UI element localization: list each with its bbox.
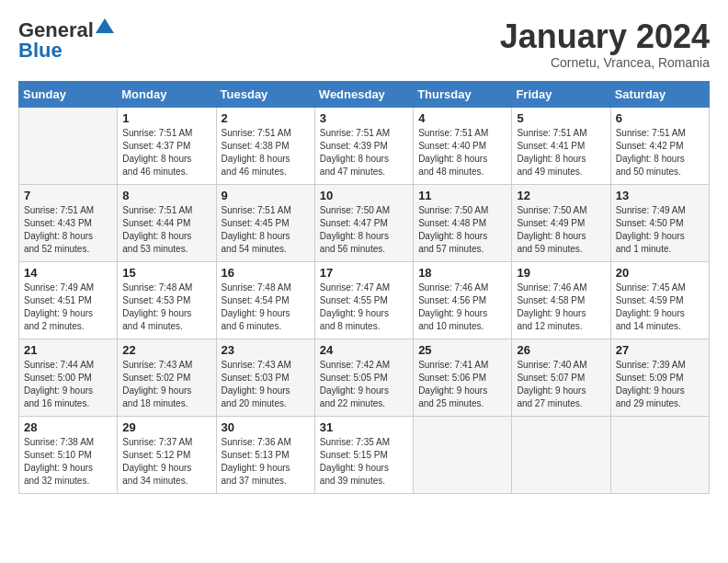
day-number: 4 <box>418 111 506 125</box>
calendar-cell: 29Sunrise: 7:37 AM Sunset: 5:12 PM Dayli… <box>118 416 216 493</box>
calendar-cell: 1Sunrise: 7:51 AM Sunset: 4:37 PM Daylig… <box>118 107 216 184</box>
day-number: 28 <box>24 420 112 434</box>
day-info: Sunrise: 7:47 AM Sunset: 4:55 PM Dayligh… <box>320 282 408 333</box>
day-number: 27 <box>616 343 704 357</box>
location: Cornetu, Vrancea, Romania <box>500 55 710 70</box>
calendar-cell: 7Sunrise: 7:51 AM Sunset: 4:43 PM Daylig… <box>19 184 118 261</box>
day-number: 22 <box>122 343 210 357</box>
day-info: Sunrise: 7:43 AM Sunset: 5:02 PM Dayligh… <box>122 359 210 410</box>
day-number: 14 <box>24 266 112 280</box>
day-number: 11 <box>418 189 506 202</box>
page-container: General Blue January 2024 Cornetu, Vranc… <box>0 0 728 563</box>
day-number: 2 <box>222 111 310 125</box>
calendar-week-4: 28Sunrise: 7:38 AM Sunset: 5:10 PM Dayli… <box>19 416 710 493</box>
day-number: 3 <box>320 111 408 125</box>
day-info: Sunrise: 7:51 AM Sunset: 4:40 PM Dayligh… <box>418 127 506 178</box>
calendar-cell: 27Sunrise: 7:39 AM Sunset: 5:09 PM Dayli… <box>610 339 709 416</box>
day-info: Sunrise: 7:49 AM Sunset: 4:50 PM Dayligh… <box>616 204 704 256</box>
day-info: Sunrise: 7:46 AM Sunset: 4:56 PM Dayligh… <box>418 282 506 333</box>
calendar-week-1: 7Sunrise: 7:51 AM Sunset: 4:43 PM Daylig… <box>19 184 710 261</box>
day-info: Sunrise: 7:37 AM Sunset: 5:12 PM Dayligh… <box>122 436 210 488</box>
day-info: Sunrise: 7:48 AM Sunset: 4:53 PM Dayligh… <box>122 282 210 333</box>
header: General Blue January 2024 Cornetu, Vranc… <box>18 18 710 70</box>
calendar-cell: 24Sunrise: 7:42 AM Sunset: 5:05 PM Dayli… <box>314 339 413 416</box>
calendar-cell: 18Sunrise: 7:46 AM Sunset: 4:56 PM Dayli… <box>414 261 512 339</box>
day-info: Sunrise: 7:42 AM Sunset: 5:05 PM Dayligh… <box>320 359 408 410</box>
day-info: Sunrise: 7:41 AM Sunset: 5:06 PM Dayligh… <box>418 359 506 410</box>
calendar-cell: 14Sunrise: 7:49 AM Sunset: 4:51 PM Dayli… <box>19 261 118 339</box>
day-header-tuesday: Tuesday <box>216 81 314 107</box>
day-number: 1 <box>122 111 210 125</box>
month-title: January 2024 <box>500 18 710 55</box>
title-section: January 2024 Cornetu, Vrancea, Romania <box>500 18 710 70</box>
logo: General Blue <box>18 18 114 63</box>
calendar-cell: 8Sunrise: 7:51 AM Sunset: 4:44 PM Daylig… <box>118 184 216 261</box>
day-info: Sunrise: 7:51 AM Sunset: 4:38 PM Dayligh… <box>222 127 310 178</box>
calendar-cell: 9Sunrise: 7:51 AM Sunset: 4:45 PM Daylig… <box>216 184 314 261</box>
day-info: Sunrise: 7:38 AM Sunset: 5:10 PM Dayligh… <box>24 436 112 488</box>
day-number: 7 <box>24 189 112 202</box>
day-number: 17 <box>320 266 408 280</box>
calendar-cell: 2Sunrise: 7:51 AM Sunset: 4:38 PM Daylig… <box>216 107 314 184</box>
logo-blue: Blue <box>18 39 63 63</box>
calendar-cell: 25Sunrise: 7:41 AM Sunset: 5:06 PM Dayli… <box>414 339 512 416</box>
day-number: 25 <box>418 343 506 357</box>
calendar-cell <box>19 107 118 184</box>
day-number: 18 <box>418 266 506 280</box>
calendar-week-3: 21Sunrise: 7:44 AM Sunset: 5:00 PM Dayli… <box>19 339 710 416</box>
calendar-body: 1Sunrise: 7:51 AM Sunset: 4:37 PM Daylig… <box>19 107 710 493</box>
day-info: Sunrise: 7:51 AM Sunset: 4:37 PM Dayligh… <box>122 127 210 178</box>
logo-icon <box>96 17 114 35</box>
day-number: 13 <box>616 189 704 202</box>
day-info: Sunrise: 7:51 AM Sunset: 4:43 PM Dayligh… <box>24 204 112 256</box>
calendar-header-row: SundayMondayTuesdayWednesdayThursdayFrid… <box>19 81 710 107</box>
day-header-wednesday: Wednesday <box>314 81 413 107</box>
calendar-cell: 3Sunrise: 7:51 AM Sunset: 4:39 PM Daylig… <box>314 107 413 184</box>
day-info: Sunrise: 7:40 AM Sunset: 5:07 PM Dayligh… <box>517 359 605 410</box>
day-number: 20 <box>616 266 704 280</box>
calendar-cell: 15Sunrise: 7:48 AM Sunset: 4:53 PM Dayli… <box>118 261 216 339</box>
calendar-week-0: 1Sunrise: 7:51 AM Sunset: 4:37 PM Daylig… <box>19 107 710 184</box>
calendar-cell <box>512 416 610 493</box>
day-number: 30 <box>222 420 310 434</box>
day-info: Sunrise: 7:44 AM Sunset: 5:00 PM Dayligh… <box>24 359 112 410</box>
day-info: Sunrise: 7:51 AM Sunset: 4:42 PM Dayligh… <box>616 127 704 178</box>
calendar-cell: 28Sunrise: 7:38 AM Sunset: 5:10 PM Dayli… <box>19 416 118 493</box>
calendar-cell: 23Sunrise: 7:43 AM Sunset: 5:03 PM Dayli… <box>216 339 314 416</box>
calendar-cell: 16Sunrise: 7:48 AM Sunset: 4:54 PM Dayli… <box>216 261 314 339</box>
day-info: Sunrise: 7:36 AM Sunset: 5:13 PM Dayligh… <box>222 436 310 488</box>
calendar-cell: 31Sunrise: 7:35 AM Sunset: 5:15 PM Dayli… <box>314 416 413 493</box>
day-number: 15 <box>122 266 210 280</box>
calendar-cell: 5Sunrise: 7:51 AM Sunset: 4:41 PM Daylig… <box>512 107 610 184</box>
calendar-cell: 10Sunrise: 7:50 AM Sunset: 4:47 PM Dayli… <box>314 184 413 261</box>
calendar-cell: 19Sunrise: 7:46 AM Sunset: 4:58 PM Dayli… <box>512 261 610 339</box>
day-header-saturday: Saturday <box>610 81 709 107</box>
day-info: Sunrise: 7:39 AM Sunset: 5:09 PM Dayligh… <box>616 359 704 410</box>
day-number: 10 <box>320 189 408 202</box>
day-info: Sunrise: 7:51 AM Sunset: 4:39 PM Dayligh… <box>320 127 408 178</box>
day-number: 16 <box>222 266 310 280</box>
day-header-monday: Monday <box>118 81 216 107</box>
calendar-cell: 22Sunrise: 7:43 AM Sunset: 5:02 PM Dayli… <box>118 339 216 416</box>
calendar-cell <box>414 416 512 493</box>
calendar-cell: 6Sunrise: 7:51 AM Sunset: 4:42 PM Daylig… <box>610 107 709 184</box>
day-number: 23 <box>222 343 310 357</box>
day-number: 5 <box>517 111 605 125</box>
calendar-cell: 30Sunrise: 7:36 AM Sunset: 5:13 PM Dayli… <box>216 416 314 493</box>
day-info: Sunrise: 7:46 AM Sunset: 4:58 PM Dayligh… <box>517 282 605 333</box>
calendar-cell: 20Sunrise: 7:45 AM Sunset: 4:59 PM Dayli… <box>610 261 709 339</box>
day-info: Sunrise: 7:48 AM Sunset: 4:54 PM Dayligh… <box>222 282 310 333</box>
svg-marker-0 <box>96 18 114 33</box>
day-info: Sunrise: 7:49 AM Sunset: 4:51 PM Dayligh… <box>24 282 112 333</box>
day-number: 12 <box>517 189 605 202</box>
day-number: 31 <box>320 420 408 434</box>
calendar-cell <box>610 416 709 493</box>
day-info: Sunrise: 7:50 AM Sunset: 4:47 PM Dayligh… <box>320 204 408 256</box>
day-info: Sunrise: 7:50 AM Sunset: 4:49 PM Dayligh… <box>517 204 605 256</box>
day-number: 26 <box>517 343 605 357</box>
day-info: Sunrise: 7:51 AM Sunset: 4:45 PM Dayligh… <box>222 204 310 256</box>
calendar-cell: 11Sunrise: 7:50 AM Sunset: 4:48 PM Dayli… <box>414 184 512 261</box>
day-info: Sunrise: 7:43 AM Sunset: 5:03 PM Dayligh… <box>222 359 310 410</box>
day-info: Sunrise: 7:50 AM Sunset: 4:48 PM Dayligh… <box>418 204 506 256</box>
day-number: 29 <box>122 420 210 434</box>
